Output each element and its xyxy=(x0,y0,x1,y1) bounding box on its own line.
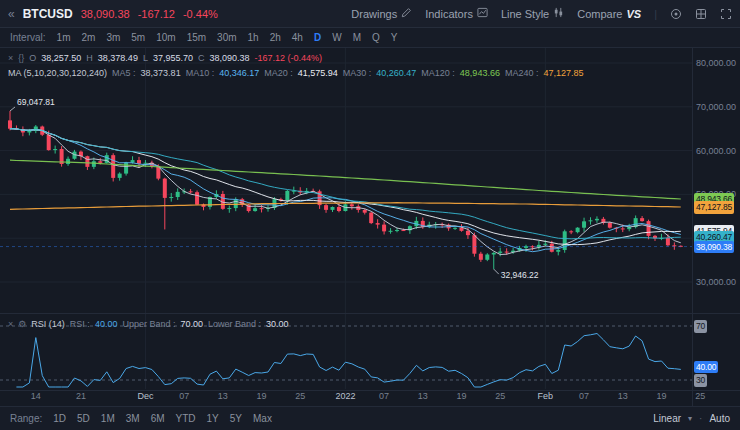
low-value: 37,955.70 xyxy=(153,53,193,63)
close-value: 38,090.38 xyxy=(209,53,249,63)
high-value: 38,378.49 xyxy=(98,53,138,63)
rsi-gear-icon[interactable]: ⚙ xyxy=(18,319,26,329)
svg-text:32,946.22: 32,946.22 xyxy=(501,270,539,280)
range-option-5D[interactable]: 5D xyxy=(77,413,90,424)
range-option-1D[interactable]: 1D xyxy=(53,413,66,424)
ma-item-value: 40,260.47 xyxy=(376,68,416,78)
time-axis-label: Dec xyxy=(137,391,153,401)
ma-item-value: 47,127.85 xyxy=(543,68,583,78)
time-axis-label: 14 xyxy=(31,391,41,401)
main-rsi-divider[interactable] xyxy=(0,313,740,314)
high-label: H xyxy=(86,53,93,63)
scale-controls: Linear ▾ · Auto xyxy=(653,413,730,424)
price-axis-label: 70,000.00 xyxy=(696,102,736,112)
time-axis-label: 13 xyxy=(618,391,628,401)
open-label: O xyxy=(29,53,36,63)
range-option-3M[interactable]: 3M xyxy=(126,413,140,424)
rsi-title: RSI (14) xyxy=(31,319,65,329)
time-axis-label: 21 xyxy=(76,391,86,401)
ma-item-label: MA10 : xyxy=(186,68,215,78)
time-axis-label: 07 xyxy=(179,391,189,401)
price-axis-label: 80,000.00 xyxy=(696,58,736,68)
time-axis-label: 13 xyxy=(418,391,428,401)
rsi-upper-value: 70.00 xyxy=(180,319,203,329)
range-options: 1D5D1M3M6MYTD1Y5YMax xyxy=(53,413,272,424)
time-axis-label: 19 xyxy=(656,391,666,401)
ma-title: MA (5,10,20,30,120,240) xyxy=(8,68,107,78)
ma-item-label: MA120 : xyxy=(421,68,455,78)
close-icon[interactable]: × xyxy=(8,53,13,63)
time-axis-label: 25 xyxy=(295,391,305,401)
range-option-1M[interactable]: 1M xyxy=(101,413,115,424)
ma-item-value: 41,575.94 xyxy=(298,68,338,78)
time-axis-label: 2022 xyxy=(335,391,355,401)
range-label: Range: xyxy=(10,413,42,424)
price-axis[interactable]: 80,000.0070,000.0060,000.0050,000.0030,0… xyxy=(693,0,740,430)
price-axis-label: 30,000.00 xyxy=(696,277,736,287)
rsi-label: RSI : xyxy=(70,319,90,329)
rsi-upper-label: Upper Band : xyxy=(122,319,175,329)
price-axis-chip: 47,127.85 xyxy=(694,201,734,214)
chevron-down-icon: ▾ xyxy=(688,414,692,423)
ma-item-label: MA5 : xyxy=(112,68,136,78)
ohlc-legend: × {} O 38,257.50 H 38,378.49 L 37,955.70… xyxy=(8,53,322,63)
bottom-bar: Range: 1D5D1M3M6MYTD1Y5YMax Linear ▾ · A… xyxy=(0,406,740,430)
price-axis-label: 60,000.00 xyxy=(696,146,736,156)
rsi-legend: × ⚙ RSI (14) RSI : 40.00 Upper Band : 70… xyxy=(8,319,289,329)
ma-item-value: 40,346.17 xyxy=(219,68,259,78)
rsi-lower-value: 30.00 xyxy=(266,319,289,329)
rsi-lower-chip: 30 xyxy=(694,374,707,387)
time-axis-label: Feb xyxy=(538,391,554,401)
time-axis-label: 07 xyxy=(379,391,389,401)
ma-item-label: MA240 : xyxy=(505,68,539,78)
range-option-Max[interactable]: Max xyxy=(253,413,272,424)
time-axis-label: 07 xyxy=(579,391,589,401)
scale-linear-button[interactable]: Linear xyxy=(653,413,681,424)
time-axis[interactable]: 1421Dec07131925202207131925Feb07131925 xyxy=(0,391,740,405)
time-axis-label: 13 xyxy=(218,391,228,401)
range-option-1Y[interactable]: 1Y xyxy=(207,413,219,424)
ma-item-value: 48,943.66 xyxy=(460,68,500,78)
ma-item-label: MA20 : xyxy=(264,68,293,78)
time-axis-label: 19 xyxy=(257,391,267,401)
rsi-upper-chip: 70 xyxy=(694,320,707,333)
time-axis-label: 25 xyxy=(695,391,705,401)
rsi-value: 40.00 xyxy=(95,319,118,329)
range-option-5Y[interactable]: 5Y xyxy=(230,413,242,424)
braces-icon[interactable]: {} xyxy=(18,53,24,63)
open-value: 38,257.50 xyxy=(41,53,81,63)
ma-item-value: 38,373.81 xyxy=(141,68,181,78)
ma-item-label: MA30 : xyxy=(343,68,372,78)
time-axis-label: 19 xyxy=(456,391,466,401)
price-axis-chip: 38,090.38 xyxy=(694,241,734,254)
candlestick-chart-canvas[interactable]: 69,047.8132,946.22 xyxy=(0,0,740,430)
rsi-lower-label: Lower Band : xyxy=(208,319,261,329)
trading-app: 69,047.8132,946.22 « BTCUSD 38,090.38 -1… xyxy=(0,0,740,430)
auto-scale-toggle[interactable]: Auto xyxy=(709,413,730,424)
rsi-close-icon[interactable]: × xyxy=(8,319,13,329)
svg-text:69,047.81: 69,047.81 xyxy=(17,97,55,107)
time-axis-label: 25 xyxy=(495,391,505,401)
low-label: L xyxy=(143,53,148,63)
range-option-6M[interactable]: 6M xyxy=(151,413,165,424)
range-option-YTD[interactable]: YTD xyxy=(176,413,196,424)
close-label: C xyxy=(198,53,205,63)
dot-separator: · xyxy=(699,413,702,424)
rsi-value-chip: 40.00 xyxy=(694,361,718,374)
change-value: -167.12 (-0.44%) xyxy=(255,53,323,63)
ma-legend: MA (5,10,20,30,120,240) MA5 :38,373.81MA… xyxy=(8,68,583,78)
